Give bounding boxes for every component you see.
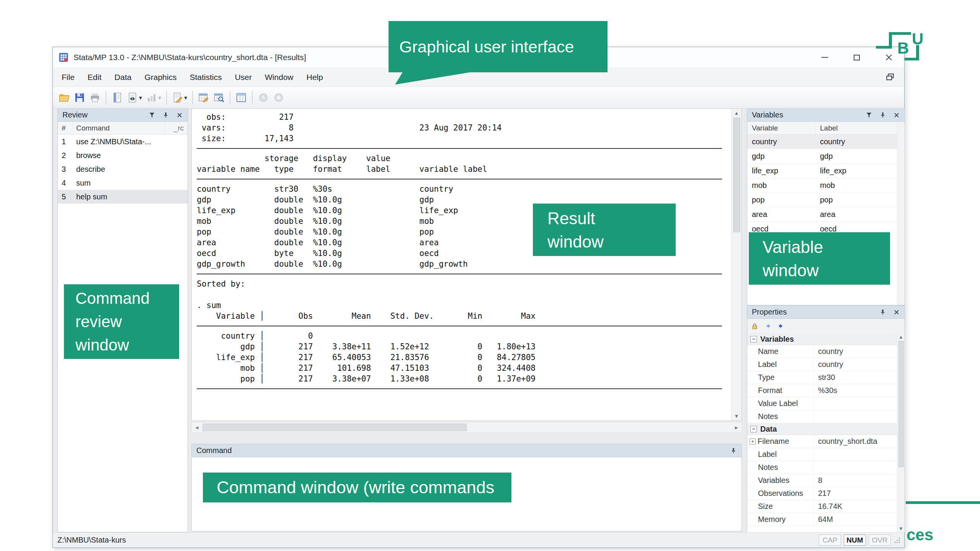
- menu-edit[interactable]: Edit: [81, 68, 108, 86]
- review-row[interactable]: 2browse: [58, 148, 188, 162]
- results-rule: [197, 326, 722, 326]
- menu-user[interactable]: User: [228, 68, 258, 86]
- lock-icon[interactable]: [751, 323, 758, 330]
- resize-grip-icon[interactable]: [893, 536, 901, 544]
- data-browser-button[interactable]: [211, 89, 227, 106]
- variable-row[interactable]: areaarea: [747, 207, 897, 222]
- scrollbar-thumb[interactable]: [898, 341, 904, 467]
- scroll-up-icon[interactable]: ▲: [734, 111, 739, 116]
- log-button[interactable]: [109, 89, 125, 106]
- menu-data[interactable]: Data: [108, 68, 138, 86]
- property-row[interactable]: Labelcountry: [747, 358, 897, 371]
- property-value: 64M: [814, 513, 897, 526]
- property-label: Size: [747, 500, 814, 513]
- scroll-right-icon[interactable]: ►: [734, 425, 739, 430]
- properties-section-header[interactable]: −Data: [747, 423, 897, 435]
- collapse-icon[interactable]: −: [750, 336, 757, 342]
- pin-icon[interactable]: [730, 447, 737, 454]
- properties-scrollbar[interactable]: ▲ ▼: [897, 333, 905, 532]
- property-row[interactable]: Variables8: [747, 474, 897, 487]
- scroll-down-icon[interactable]: ▼: [898, 526, 903, 531]
- review-row[interactable]: 3describe: [58, 162, 188, 176]
- scrollbar-thumb[interactable]: [733, 117, 740, 232]
- menu-graphics[interactable]: Graphics: [138, 68, 183, 86]
- property-row[interactable]: Memory64M: [747, 513, 897, 526]
- variable-row[interactable]: mobmob: [747, 178, 897, 193]
- scroll-left-icon[interactable]: ◄: [194, 425, 199, 430]
- results-horizontal-scrollbar[interactable]: ◄ ►: [191, 422, 742, 433]
- dropdown-arrow-icon[interactable]: ▾: [158, 94, 161, 101]
- status-toggles: CAPNUMOVR: [819, 535, 901, 546]
- pin-icon[interactable]: [879, 309, 886, 316]
- save-icon: [74, 92, 85, 103]
- log-icon: [111, 92, 123, 103]
- print-button[interactable]: [87, 89, 103, 106]
- status-toggle-ovr[interactable]: OVR: [869, 535, 891, 546]
- pin-icon[interactable]: [879, 112, 886, 119]
- filter-icon[interactable]: [149, 112, 155, 119]
- property-row[interactable]: Notes: [747, 410, 897, 423]
- review-col-rc[interactable]: _rc: [165, 122, 188, 134]
- menu-file[interactable]: File: [55, 68, 81, 86]
- property-row[interactable]: Namecountry: [747, 345, 897, 358]
- pin-icon[interactable]: [162, 112, 169, 119]
- minimize-button[interactable]: [819, 52, 830, 63]
- results-vertical-scrollbar[interactable]: ▲ ▼: [731, 109, 742, 421]
- menu-statistics[interactable]: Statistics: [183, 68, 228, 86]
- variable-row[interactable]: countrycountry: [747, 135, 897, 149]
- close-panel-icon[interactable]: [176, 112, 183, 119]
- nav-back-icon[interactable]: [764, 323, 771, 329]
- variable-name: area: [747, 210, 815, 219]
- save-button[interactable]: [72, 89, 87, 106]
- viewer-button[interactable]: ▾: [125, 89, 144, 106]
- open-folder-icon: [59, 92, 70, 103]
- status-toggle-num[interactable]: NUM: [844, 535, 866, 546]
- review-row-command: browse: [72, 151, 188, 160]
- variable-row[interactable]: gdpgdp: [747, 149, 897, 164]
- expand-icon[interactable]: +: [750, 439, 756, 445]
- dofile-button[interactable]: ▾: [170, 89, 189, 106]
- property-row[interactable]: Size16.74K: [747, 500, 897, 513]
- variable-row[interactable]: life_explife_exp: [747, 164, 897, 178]
- results-child-window-icon[interactable]: [885, 72, 895, 84]
- open-folder-button[interactable]: [57, 89, 72, 106]
- property-row[interactable]: +Filenamecountry_short.dta: [747, 435, 897, 448]
- property-row[interactable]: Observations217: [747, 487, 897, 500]
- menu-help[interactable]: Help: [300, 68, 330, 86]
- menu-window[interactable]: Window: [258, 68, 300, 86]
- scrollbar-thumb[interactable]: [203, 424, 467, 431]
- dropdown-arrow-icon[interactable]: ▾: [139, 94, 142, 101]
- nav-forward-icon[interactable]: [777, 323, 784, 329]
- review-row[interactable]: 4sum: [58, 176, 188, 190]
- variable-row[interactable]: poppop: [747, 193, 897, 207]
- filter-icon[interactable]: [866, 112, 872, 119]
- properties-section-header[interactable]: −Variables: [747, 333, 897, 345]
- maximize-button[interactable]: [851, 52, 862, 63]
- section-label: Variables: [760, 335, 794, 344]
- review-row[interactable]: 5help sum: [58, 190, 188, 204]
- variables-scrollbar[interactable]: [897, 122, 905, 305]
- property-row[interactable]: Notes: [747, 461, 897, 474]
- review-col-number[interactable]: #: [58, 122, 72, 134]
- review-col-command[interactable]: Command: [72, 122, 165, 134]
- review-row-number: 4: [58, 179, 72, 187]
- variables-col-variable[interactable]: Variable: [747, 122, 815, 134]
- property-label: Observations: [747, 487, 814, 500]
- scroll-down-icon[interactable]: ▼: [734, 414, 739, 419]
- property-row[interactable]: Label: [747, 448, 897, 461]
- dropdown-arrow-icon[interactable]: ▾: [184, 94, 187, 101]
- collapse-icon[interactable]: −: [750, 426, 757, 432]
- review-row[interactable]: 1use Z:\NMBU\Stata-...: [58, 135, 188, 148]
- property-row[interactable]: Format%30s: [747, 384, 897, 397]
- property-row[interactable]: Typestr30: [747, 371, 897, 384]
- variables-col-label[interactable]: Label: [815, 122, 897, 134]
- variables-manager-button[interactable]: [234, 89, 249, 106]
- property-row[interactable]: Value Label: [747, 397, 897, 410]
- graph-button: ▾: [144, 89, 163, 106]
- close-panel-icon[interactable]: [893, 309, 900, 316]
- scroll-up-icon[interactable]: ▲: [898, 334, 903, 339]
- status-toggle-cap[interactable]: CAP: [819, 535, 841, 546]
- property-value: country_short.dta: [814, 435, 897, 448]
- data-editor-button[interactable]: [196, 89, 211, 106]
- close-panel-icon[interactable]: [893, 112, 900, 119]
